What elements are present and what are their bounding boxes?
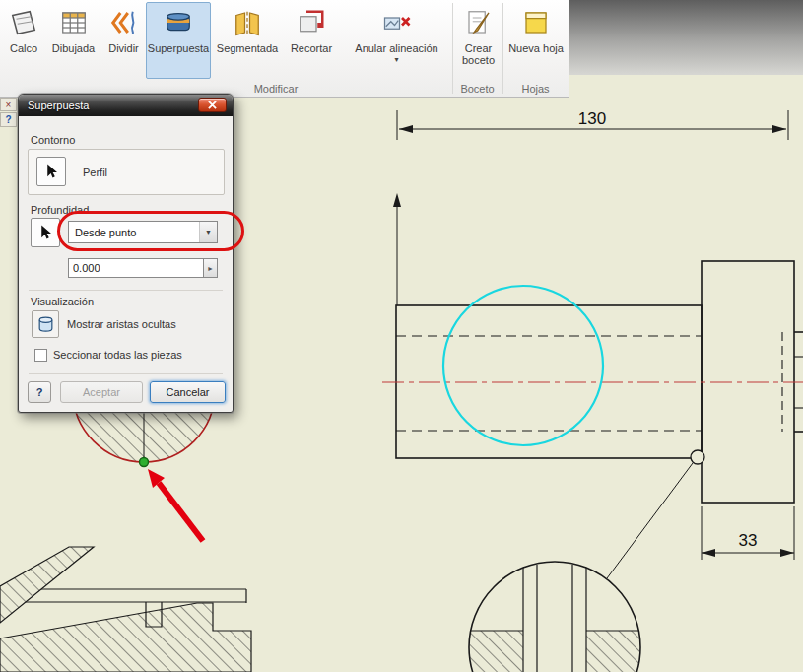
crear-boceto-button[interactable]: Crear boceto: [454, 2, 502, 79]
mostrar-aristas-label: Mostrar aristas ocultas: [67, 318, 176, 330]
overlay-profile-circle[interactable]: [443, 286, 603, 445]
nueva-hoja-button[interactable]: Nueva hoja: [503, 2, 569, 79]
ribbon: Calco Dibujada Dividir: [0, 0, 569, 98]
dialog-titlebar[interactable]: Superpuesta: [19, 95, 233, 116]
detail-leader-line: [607, 463, 693, 578]
anular-alineacion-icon: [382, 8, 412, 37]
segmentada-icon: [233, 8, 262, 37]
cylinder-icon: [36, 315, 55, 334]
dimension-top-value: 130: [578, 109, 606, 128]
superpuesta-icon: [164, 8, 193, 37]
anular-alineacion-button[interactable]: Anular alineación ▾: [341, 2, 452, 79]
perfil-label: Perfil: [83, 167, 107, 178]
app-window: 130 33: [0, 0, 803, 672]
dialog-close-button[interactable]: [198, 98, 227, 112]
seccionar-checkbox[interactable]: [34, 349, 47, 362]
button-label: Segmentada: [217, 42, 278, 54]
recortar-button[interactable]: Recortar: [284, 2, 339, 79]
button-label: Crear boceto: [456, 42, 502, 66]
divider: [29, 373, 223, 374]
nueva-hoja-icon: [521, 8, 551, 37]
depth-mode-dropdown[interactable]: Desde punto ▼: [68, 221, 218, 243]
calco-icon: [9, 8, 38, 37]
dibujada-icon: [59, 8, 89, 37]
group-separator: [452, 3, 453, 94]
hidden-edges-toggle-button[interactable]: [32, 310, 59, 338]
dim-arrow-icon: [780, 549, 794, 557]
cursor-arrow-icon: [36, 224, 54, 241]
dividir-icon: [109, 8, 139, 37]
button-label: Anular alineación: [355, 42, 437, 54]
dividir-button[interactable]: Dividir: [101, 2, 146, 79]
desktop-area: [569, 0, 803, 75]
contorno-label: Contorno: [31, 134, 75, 146]
seccionar-label: Seccionar todas las piezas: [53, 349, 182, 361]
annotation-arrow: [148, 469, 203, 541]
dropdown-caret-icon: ▾: [394, 56, 398, 64]
snap-point[interactable]: [140, 458, 149, 467]
panel-close-icon[interactable]: ×: [0, 98, 17, 111]
panel-help-icon[interactable]: ?: [0, 112, 17, 127]
button-label: Nueva hoja: [508, 42, 564, 54]
dim-arrow-icon: [399, 125, 413, 133]
group-separator: [100, 3, 100, 94]
close-icon: [208, 101, 217, 109]
dimension-bottom-value: 33: [739, 531, 758, 550]
calco-button[interactable]: Calco: [1, 2, 46, 79]
group-label-hojas[interactable]: Hojas: [502, 83, 569, 95]
crear-boceto-icon: [464, 8, 494, 37]
depth-value-row: ►: [68, 258, 218, 278]
section-view: [0, 547, 251, 672]
dropdown-caret-icon: ▼: [199, 222, 217, 242]
superpuesta-button[interactable]: Superpuesta: [146, 2, 211, 79]
depth-value-flyout-button[interactable]: ►: [204, 258, 218, 278]
select-profile-button[interactable]: [36, 157, 66, 186]
button-label: Recortar: [291, 42, 332, 54]
depth-value-input[interactable]: [68, 258, 204, 278]
dialog-title: Superpuesta: [28, 100, 89, 111]
dim-arrow-icon: [393, 193, 401, 207]
visualizacion-label: Visualización: [31, 296, 94, 307]
profundidad-label: Profundidad: [31, 204, 89, 216]
help-button[interactable]: ?: [28, 381, 51, 403]
accept-button[interactable]: Aceptar: [60, 381, 143, 403]
dim-arrow-icon: [702, 549, 715, 557]
dim-arrow-icon: [772, 125, 786, 133]
dialog-body: Contorno Perfil Profundidad Desde punto …: [19, 116, 233, 412]
button-label: Calco: [10, 42, 37, 54]
superpuesta-dialog: Superpuesta Contorno Perfil Profundidad: [18, 94, 234, 413]
recortar-icon: [297, 8, 326, 37]
button-label: Superpuesta: [148, 42, 209, 54]
cursor-arrow-icon: [42, 163, 60, 180]
detail-marker-circle: [691, 450, 704, 464]
contorno-groupbox: Perfil: [28, 149, 225, 195]
dibujada-button[interactable]: Dibujada: [47, 2, 100, 79]
divider: [29, 290, 223, 291]
segmentada-button[interactable]: Segmentada: [213, 2, 282, 79]
cancel-button[interactable]: Cancelar: [150, 381, 226, 403]
depth-mode-value: Desde punto: [69, 227, 199, 238]
button-label: Dividir: [108, 42, 139, 54]
select-depth-point-button[interactable]: [31, 218, 60, 247]
button-label: Dibujada: [52, 42, 95, 54]
group-label-boceto[interactable]: Boceto: [452, 83, 502, 95]
